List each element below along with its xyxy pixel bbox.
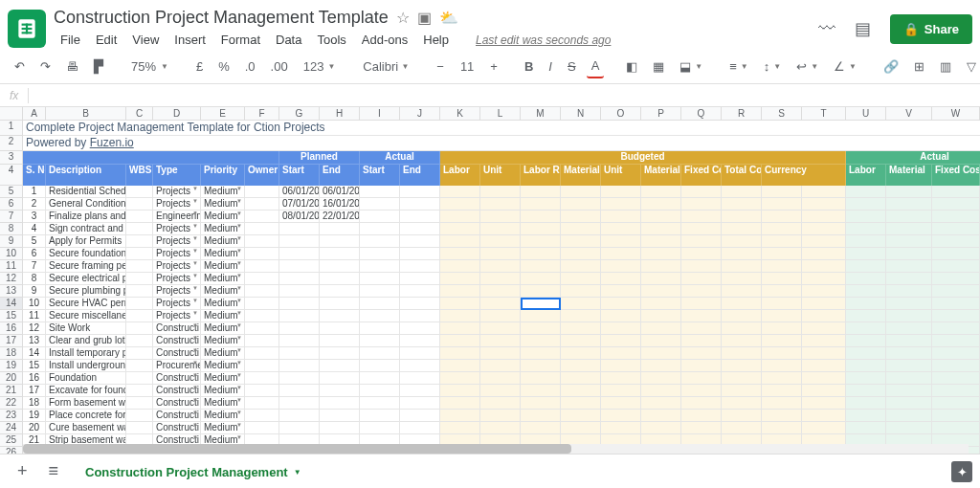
text-color-button[interactable]: A — [587, 55, 605, 78]
h-scrollbar[interactable] — [23, 444, 969, 454]
fx-label: fx — [10, 89, 18, 102]
zoom-select[interactable]: 75%▼ — [125, 56, 174, 77]
col-header-O[interactable]: O — [601, 107, 641, 120]
valign-button[interactable]: ↕▼ — [759, 55, 786, 78]
move-icon[interactable]: ▣ — [417, 9, 432, 27]
number-format-select[interactable]: 123▼ — [299, 55, 341, 78]
col-header-J[interactable]: J — [400, 107, 440, 120]
col-header-K[interactable]: K — [440, 107, 480, 120]
font-size-input[interactable]: 11 — [455, 56, 479, 77]
star-icon[interactable]: ☆ — [396, 9, 410, 27]
fill-color-button[interactable]: ◧ — [621, 55, 642, 78]
col-header-V[interactable]: V — [886, 107, 932, 120]
col-header-U[interactable]: U — [846, 107, 886, 120]
strike-button[interactable]: S — [563, 55, 581, 78]
col-header-W[interactable]: W — [932, 107, 980, 120]
doc-title[interactable]: Construction Project Management Template — [54, 8, 389, 28]
dec-less-button[interactable]: .0 — [240, 55, 260, 78]
col-header-S[interactable]: S — [762, 107, 802, 120]
toolbar: ↶ ↷ 🖶 ▛ 75%▼ £ % .0 .00 123▼ Calibri▼ − … — [0, 50, 980, 84]
svg-rect-4 — [26, 24, 28, 34]
rotate-button[interactable]: ∠▼ — [829, 55, 861, 78]
menu-bar: File Edit View Insert Format Data Tools … — [54, 30, 811, 50]
borders-button[interactable]: ▦ — [648, 55, 669, 78]
spreadsheet-grid[interactable]: ABCDEFGHIJKLMNOPQRSTUVWX 1Complete Proje… — [0, 107, 980, 454]
col-header-Q[interactable]: Q — [681, 107, 722, 120]
add-sheet-button[interactable]: + — [11, 458, 33, 484]
currency-button[interactable]: £ — [191, 55, 208, 78]
all-sheets-button[interactable]: ≡ — [43, 458, 65, 484]
share-button[interactable]: 🔒Share — [890, 14, 972, 44]
col-header-C[interactable]: C — [126, 107, 153, 120]
col-header-I[interactable]: I — [360, 107, 400, 120]
col-header-F[interactable]: F — [245, 107, 279, 120]
col-header-G[interactable]: G — [279, 107, 320, 120]
menu-view[interactable]: View — [125, 30, 166, 50]
redo-button[interactable]: ↷ — [35, 55, 56, 78]
sheet-tab[interactable]: Construction Project Management▼ — [74, 458, 313, 485]
sheets-logo[interactable] — [8, 10, 46, 48]
menu-file[interactable]: File — [54, 30, 87, 50]
edit-status[interactable]: Last edit was seconds ago — [469, 31, 617, 50]
bold-button[interactable]: B — [520, 55, 538, 78]
col-header-D[interactable]: D — [153, 107, 201, 120]
chevron-down-icon: ▼ — [294, 468, 301, 477]
filter-button[interactable]: ▽▼ — [962, 55, 980, 78]
menu-insert[interactable]: Insert — [167, 30, 212, 50]
col-header-E[interactable]: E — [201, 107, 245, 120]
col-header-A[interactable]: A — [23, 107, 46, 120]
col-header-L[interactable]: L — [480, 107, 521, 120]
chart-button[interactable]: ▥ — [935, 55, 956, 78]
lock-icon: 🔒 — [903, 22, 919, 36]
col-header-P[interactable]: P — [641, 107, 681, 120]
activity-icon[interactable]: 〰 — [818, 19, 835, 39]
undo-button[interactable]: ↶ — [10, 55, 30, 78]
menu-tools[interactable]: Tools — [310, 30, 352, 50]
dec-more-button[interactable]: .00 — [266, 55, 293, 78]
col-header-M[interactable]: M — [521, 107, 561, 120]
percent-button[interactable]: % — [213, 55, 234, 78]
menu-edit[interactable]: Edit — [89, 30, 123, 50]
print-button[interactable]: 🖶 — [61, 55, 83, 78]
link-button[interactable]: 🔗 — [879, 55, 903, 78]
explore-button[interactable]: ✦ — [951, 461, 972, 482]
col-header-B[interactable]: B — [46, 107, 126, 120]
font-select[interactable]: Calibri▼ — [357, 56, 414, 77]
menu-help[interactable]: Help — [416, 30, 456, 50]
merge-button[interactable]: ⬓▼ — [675, 55, 707, 78]
menu-format[interactable]: Format — [214, 30, 267, 50]
menu-data[interactable]: Data — [269, 30, 308, 50]
col-header-T[interactable]: T — [802, 107, 846, 120]
comment-icon[interactable]: ▤ — [855, 18, 871, 39]
col-header-R[interactable]: R — [722, 107, 762, 120]
cloud-icon[interactable]: ⛅ — [439, 9, 458, 27]
comment-button[interactable]: ⊞ — [909, 55, 929, 78]
menu-addons[interactable]: Add-ons — [355, 30, 414, 50]
font-size-inc[interactable]: + — [485, 55, 502, 78]
col-header-H[interactable]: H — [320, 107, 360, 120]
wrap-button[interactable]: ↩▼ — [791, 55, 823, 78]
paint-format-button[interactable]: ▛ — [89, 55, 108, 78]
col-header-N[interactable]: N — [561, 107, 601, 120]
font-size-dec[interactable]: − — [432, 55, 449, 78]
italic-button[interactable]: I — [544, 55, 557, 78]
halign-button[interactable]: ≡▼ — [724, 55, 753, 78]
